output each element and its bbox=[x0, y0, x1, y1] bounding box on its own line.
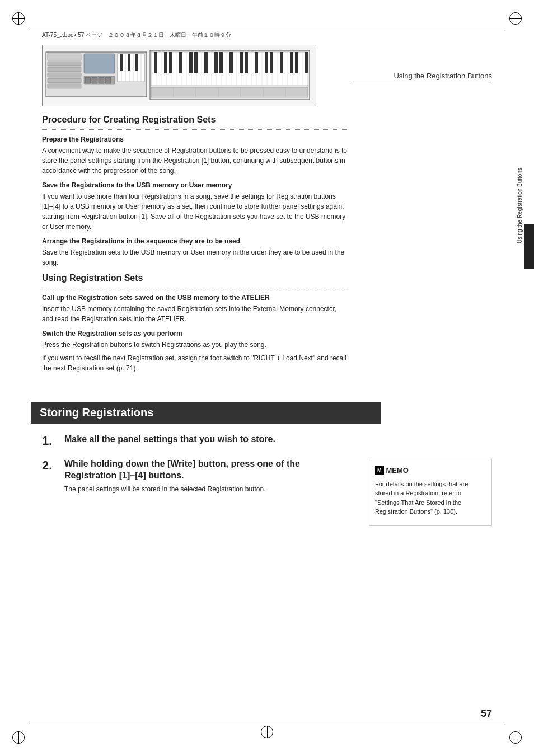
svg-rect-62 bbox=[214, 52, 218, 73]
svg-rect-55 bbox=[154, 52, 157, 73]
svg-rect-3 bbox=[48, 67, 81, 72]
corner-mark-tr bbox=[509, 12, 522, 25]
svg-rect-2 bbox=[48, 62, 81, 66]
svg-rect-10 bbox=[92, 77, 97, 83]
subsec3-title: Arrange the Registrations in the sequenc… bbox=[42, 237, 347, 245]
svg-rect-56 bbox=[164, 52, 167, 73]
corner-mark-br bbox=[509, 731, 522, 744]
svg-rect-67 bbox=[255, 52, 258, 73]
side-label: Using the Registration Buttons bbox=[517, 168, 523, 243]
svg-rect-60 bbox=[194, 52, 198, 73]
svg-rect-9 bbox=[85, 77, 91, 83]
section2-heading: Using Registration Sets bbox=[42, 273, 347, 283]
subsec5-title: Switch the Registration sets as you perf… bbox=[42, 330, 347, 337]
svg-rect-61 bbox=[204, 52, 208, 73]
svg-rect-70 bbox=[280, 52, 283, 73]
subsec4-body: Insert the USB memory containing the sav… bbox=[42, 304, 347, 324]
svg-rect-20 bbox=[120, 54, 123, 71]
svg-rect-57 bbox=[169, 52, 172, 73]
step2-content: While holding down the [Write] button, p… bbox=[64, 458, 347, 494]
step1-content: Make all the panel settings that you wis… bbox=[64, 434, 347, 448]
step2-title: While holding down the [Write] button, p… bbox=[64, 458, 347, 482]
subsec2-body: If you want to use more than four Regist… bbox=[42, 191, 347, 232]
step-2: 2. While holding down the [Write] button… bbox=[42, 458, 347, 494]
step2-body: The panel settings will be stored in the… bbox=[64, 484, 347, 494]
svg-rect-12 bbox=[105, 77, 111, 83]
svg-rect-74 bbox=[151, 87, 308, 97]
main-content: Procedure for Creating Registration Sets… bbox=[42, 115, 347, 377]
svg-rect-69 bbox=[270, 52, 273, 73]
svg-rect-63 bbox=[219, 52, 223, 73]
section1-heading: Procedure for Creating Registration Sets bbox=[42, 115, 347, 125]
svg-rect-7 bbox=[84, 54, 115, 73]
right-header-title: Using the Registration Buttons bbox=[394, 72, 492, 80]
bottom-border bbox=[31, 725, 503, 725]
svg-rect-6 bbox=[48, 84, 81, 88]
memo-label: MEMO bbox=[386, 465, 409, 476]
svg-rect-11 bbox=[99, 77, 104, 83]
subsec1-title: Prepare the Registrations bbox=[42, 135, 347, 143]
corner-mark-bl bbox=[12, 731, 25, 744]
subsec1-body: A convenient way to make the sequence of… bbox=[42, 145, 347, 176]
svg-rect-22 bbox=[135, 54, 138, 71]
subsec4-title: Call up the Registration sets saved on t… bbox=[42, 294, 347, 302]
svg-rect-21 bbox=[128, 54, 130, 71]
section2-divider bbox=[42, 288, 347, 288]
svg-rect-1 bbox=[48, 54, 81, 60]
svg-rect-58 bbox=[179, 52, 182, 73]
subsec3-body: Save the Registration sets to the USB me… bbox=[42, 247, 347, 267]
subsec5-body2: If you want to recall the next Registrat… bbox=[42, 353, 347, 373]
section-tab bbox=[524, 224, 534, 269]
svg-rect-4 bbox=[48, 73, 81, 77]
svg-rect-66 bbox=[245, 52, 248, 73]
memo-icon: M bbox=[375, 466, 384, 475]
section2: Using Registration Sets Call up the Regi… bbox=[42, 273, 347, 373]
svg-rect-73 bbox=[305, 52, 308, 73]
subsec5-body1: Press the Registration buttons to switch… bbox=[42, 340, 347, 350]
svg-rect-68 bbox=[265, 52, 268, 73]
right-header-underline bbox=[352, 83, 492, 83]
section1-divider bbox=[42, 129, 347, 130]
corner-mark-tl bbox=[12, 12, 25, 25]
memo-body: For details on the settings that are sto… bbox=[375, 480, 486, 516]
svg-rect-5 bbox=[48, 78, 81, 83]
memo-box: M MEMO For details on the settings that … bbox=[369, 459, 492, 526]
steps-container: 1. Make all the panel settings that you … bbox=[42, 434, 347, 504]
storing-header: Storing Registrations bbox=[31, 402, 381, 424]
memo-header: M MEMO bbox=[375, 465, 486, 476]
page-number: 57 bbox=[481, 708, 492, 720]
svg-rect-64 bbox=[229, 52, 233, 73]
svg-rect-71 bbox=[290, 52, 293, 73]
step-1: 1. Make all the panel settings that you … bbox=[42, 434, 347, 448]
svg-rect-65 bbox=[240, 52, 243, 73]
keyboard-image bbox=[42, 45, 316, 106]
subsec2-title: Save the Registrations to the USB memory… bbox=[42, 181, 347, 189]
step1-title: Make all the panel settings that you wis… bbox=[64, 434, 347, 445]
svg-rect-72 bbox=[295, 52, 298, 73]
section1: Procedure for Creating Registration Sets… bbox=[42, 115, 347, 267]
step1-number: 1. bbox=[42, 434, 58, 448]
step2-number: 2. bbox=[42, 458, 58, 473]
header-japanese: AT-75_e.book 57 ページ ２００８年８月２１日 木曜日 午前１０時… bbox=[42, 31, 231, 39]
svg-rect-59 bbox=[189, 52, 193, 73]
bottom-center-mark bbox=[261, 726, 273, 738]
